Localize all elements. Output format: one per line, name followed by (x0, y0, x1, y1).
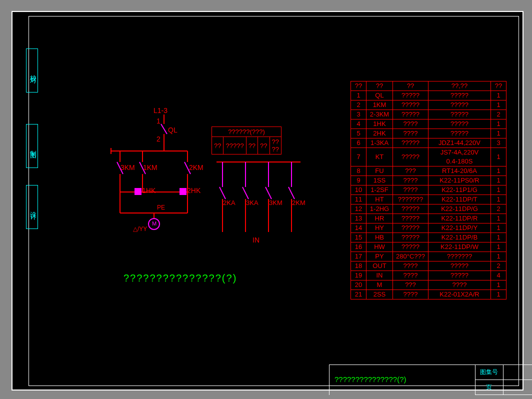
parts-cell: ??? (393, 280, 428, 290)
parts-cell: M (366, 280, 393, 290)
parts-cell: 3 (351, 110, 366, 120)
parts-cell: 11 (351, 195, 366, 204)
relay-3km: 3KM (269, 199, 282, 206)
parts-cell: K22-11DP/R (428, 214, 491, 224)
parts-cell: JDZ1-44,220V (428, 138, 491, 148)
parts-cell: 2-3KM (366, 110, 393, 120)
parts-row: 21KM??????????1 (351, 100, 506, 110)
parts-cell: ????? (428, 271, 491, 280)
signal-table: ??????(???) ????????????? ?? (212, 126, 282, 154)
parts-cell: K22-11DP/Y (428, 224, 491, 233)
parts-cell: 4 (491, 271, 506, 280)
parts-cell: 8 (351, 166, 366, 176)
parts-cell: 2 (351, 100, 366, 110)
parts-cell: K22-11P1/G (428, 186, 491, 195)
parts-cell: 9 (351, 176, 366, 186)
parts-cell: 2 (491, 110, 506, 120)
parts-row: 41HK?????????1 (351, 120, 506, 129)
parts-cell: 1 (491, 176, 506, 186)
parts-cell: 1 (491, 166, 506, 176)
parts-cell: 1KM (366, 100, 393, 110)
parts-row: 8FU???RT14-20/6A1 (351, 166, 506, 176)
parts-cell: 1 (491, 100, 506, 110)
parts-row: 20M???????1 (351, 280, 506, 290)
parts-cell: ????? (428, 110, 491, 120)
parts-header-cell: ??,?? (428, 82, 491, 91)
tab-design: 设 计 (26, 185, 38, 229)
parts-cell: 1 (491, 252, 506, 262)
parts-cell: 12 (351, 204, 366, 214)
parts-cell: 280°C??? (393, 252, 428, 262)
parts-cell: QL (366, 91, 393, 100)
parts-cell: ????? (393, 214, 428, 224)
parts-cell: 1-3KA (366, 138, 393, 148)
parts-cell: ????? (393, 91, 428, 100)
hk-2: 2HK (187, 186, 200, 194)
parts-row: 91SS????K22-11PS0/R1 (351, 176, 506, 186)
parts-cell: ????? (428, 120, 491, 129)
parts-cell: OUT (366, 262, 393, 271)
km-3: 3KM (120, 164, 135, 172)
parts-row: 13HR?????K22-11DP/R1 (351, 214, 506, 224)
parts-header-cell: ?? (351, 82, 366, 91)
parts-cell: 1-2HG (366, 204, 393, 214)
parts-cell: 20 (351, 280, 366, 290)
relay-2km: 2KM (292, 199, 306, 206)
parts-cell: 1 (491, 120, 506, 129)
parts-cell: HB (366, 233, 393, 242)
parts-cell: K22-11PS0/R (428, 176, 491, 186)
km-2: 2KM (189, 164, 204, 172)
parts-cell: JS7-4A,220V 0.4-180S (428, 148, 491, 166)
parts-cell: ??????? (393, 195, 428, 204)
parts-cell: 1 (491, 290, 506, 300)
parts-cell: 1 (491, 186, 506, 195)
parts-row: 15HB?????K22-11DP/B1 (351, 233, 506, 242)
parts-cell: K22-11DP/W (428, 242, 491, 252)
parts-row: 121-2HG?????K22-11DP/G2 (351, 204, 506, 214)
parts-cell: ???? (428, 280, 491, 290)
parts-cell: ???? (393, 176, 428, 186)
parts-cell: 4 (351, 120, 366, 129)
parts-cell: 16 (351, 242, 366, 252)
caption: ???????????????(?) (124, 272, 237, 284)
parts-row: 212SS????K22-01X2A/R1 (351, 290, 506, 300)
parts-cell: 1 (351, 91, 366, 100)
parts-row: 19IN?????????4 (351, 271, 506, 280)
parts-cell: 15 (351, 233, 366, 242)
parts-cell: ????? (428, 129, 491, 138)
parts-cell: ???? (393, 262, 428, 271)
parts-cell: 1 (491, 91, 506, 100)
parts-cell: 2SS (366, 290, 393, 300)
parts-cell: HT (366, 195, 393, 204)
parts-cell: RT14-20/6A (428, 166, 491, 176)
parts-header-cell: ?? (491, 82, 506, 91)
parts-row: 16HW?????K22-11DP/W1 (351, 242, 506, 252)
parts-cell: 5 (351, 129, 366, 138)
parts-cell: ???? (393, 290, 428, 300)
relay-2ka: 2KA (223, 199, 236, 206)
parts-cell: K22-11DP/B (428, 233, 491, 242)
parts-cell: IN (366, 271, 393, 280)
hk-1: 1HK (142, 186, 156, 194)
parts-cell: 1HK (366, 120, 393, 129)
parts-cell: ????? (428, 91, 491, 100)
relay-3ka: 3KA (246, 199, 258, 206)
parts-cell: ????? (393, 110, 428, 120)
parts-cell: ???? (393, 271, 428, 280)
parts-table: ????????,???? 1QL??????????121KM????????… (350, 81, 506, 300)
parts-cell: K22-11DP/T (428, 195, 491, 204)
pe-label: PE (157, 204, 165, 211)
parts-cell: K22-11DP/G (428, 204, 491, 214)
parts-cell: 1 (491, 129, 506, 138)
breaker-label: QL (168, 126, 178, 134)
parts-cell: HY (366, 224, 393, 233)
parts-cell: 1 (491, 280, 506, 290)
parts-cell: 1 (491, 224, 506, 233)
parts-cell: ???? (393, 129, 428, 138)
parts-row: 61-3KA?????JDZ1-44,220V3 (351, 138, 506, 148)
parts-cell: 3 (491, 138, 506, 148)
signal-cell: ?? (246, 137, 258, 154)
parts-cell: 1 (491, 214, 506, 224)
parts-row: 52HK?????????1 (351, 129, 506, 138)
parts-cell: K22-01X2A/R (428, 290, 491, 300)
